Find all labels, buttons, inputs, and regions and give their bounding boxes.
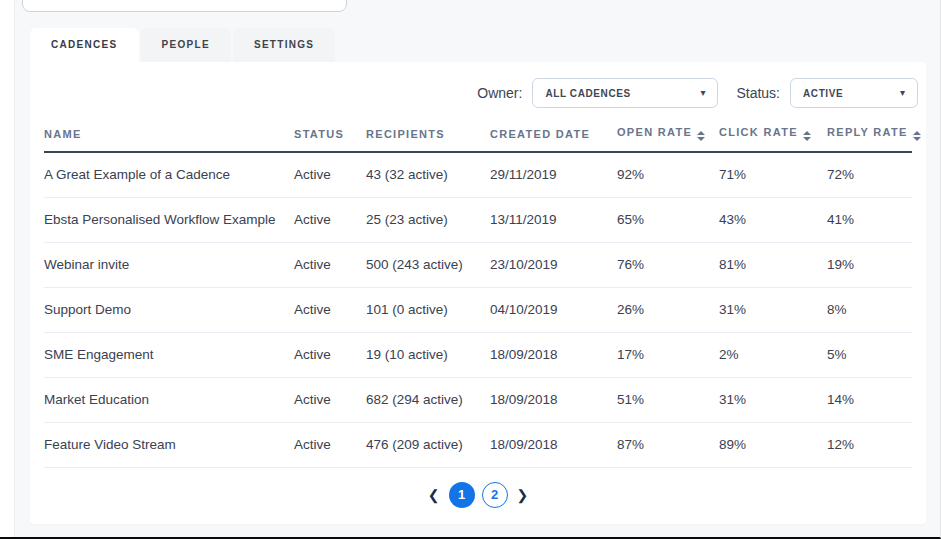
table-row[interactable]: Market Education Active 682 (294 active)… xyxy=(44,377,912,422)
cell-status: Active xyxy=(294,377,366,422)
status-filter-value: ACTIVE xyxy=(803,88,843,99)
table-row[interactable]: Ebsta Personalised Workflow Example Acti… xyxy=(44,197,912,242)
cell-status: Active xyxy=(294,287,366,332)
cell-click-rate: 31% xyxy=(719,287,827,332)
status-filter-dropdown[interactable]: ACTIVE ▾ xyxy=(790,78,918,108)
cell-created-date: 04/10/2019 xyxy=(490,287,617,332)
column-header-reply-rate[interactable]: REPLY RATE xyxy=(827,120,912,152)
cell-open-rate: 65% xyxy=(617,197,719,242)
status-filter-label: Status: xyxy=(736,85,780,101)
chevron-down-icon: ▾ xyxy=(900,88,905,98)
cell-recipients: 682 (294 active) xyxy=(366,377,490,422)
tab-people[interactable]: PEOPLE xyxy=(141,28,231,62)
column-header-click-rate[interactable]: CLICK RATE xyxy=(719,120,827,152)
cell-status: Active xyxy=(294,242,366,287)
cell-name[interactable]: SME Engagement xyxy=(44,332,294,377)
cell-reply-rate: 12% xyxy=(827,422,912,467)
sort-icon[interactable] xyxy=(803,131,811,141)
pagination: ❮ 1 2 ❯ xyxy=(30,482,926,508)
cell-status: Active xyxy=(294,332,366,377)
table-row[interactable]: Support Demo Active 101 (0 active) 04/10… xyxy=(44,287,912,332)
cell-open-rate: 17% xyxy=(617,332,719,377)
sort-icon[interactable] xyxy=(913,131,921,141)
next-page-icon[interactable]: ❯ xyxy=(515,488,531,502)
column-header-created-date: CREATED DATE xyxy=(490,120,617,152)
cell-click-rate: 43% xyxy=(719,197,827,242)
column-header-name: NAME xyxy=(44,120,294,152)
cell-reply-rate: 41% xyxy=(827,197,912,242)
cell-click-rate: 89% xyxy=(719,422,827,467)
previous-page-icon[interactable]: ❮ xyxy=(426,488,442,502)
cadences-panel: Owner: ALL CADENCES ▾ Status: ACTIVE ▾ N… xyxy=(30,62,926,524)
cell-reply-rate: 5% xyxy=(827,332,912,377)
cell-reply-rate: 8% xyxy=(827,287,912,332)
cell-created-date: 18/09/2018 xyxy=(490,377,617,422)
cell-click-rate: 31% xyxy=(719,377,827,422)
tab-cadences[interactable]: CADENCES xyxy=(30,28,139,62)
column-header-status: STATUS xyxy=(294,120,366,152)
cell-status: Active xyxy=(294,197,366,242)
owner-filter-label: Owner: xyxy=(477,85,522,101)
cell-created-date: 18/09/2018 xyxy=(490,332,617,377)
column-header-label: CLICK RATE xyxy=(719,126,798,138)
table-row[interactable]: SME Engagement Active 19 (10 active) 18/… xyxy=(44,332,912,377)
column-header-label: REPLY RATE xyxy=(827,126,908,138)
cell-created-date: 13/11/2019 xyxy=(490,197,617,242)
cell-created-date: 29/11/2019 xyxy=(490,152,617,197)
cell-recipients: 19 (10 active) xyxy=(366,332,490,377)
cell-status: Active xyxy=(294,152,366,197)
cell-name[interactable]: Webinar invite xyxy=(44,242,294,287)
table-row[interactable]: Webinar invite Active 500 (243 active) 2… xyxy=(44,242,912,287)
cell-recipients: 101 (0 active) xyxy=(366,287,490,332)
cell-reply-rate: 14% xyxy=(827,377,912,422)
page-button-2[interactable]: 2 xyxy=(482,482,508,508)
sort-icon[interactable] xyxy=(697,131,705,141)
cell-reply-rate: 72% xyxy=(827,152,912,197)
cell-recipients: 500 (243 active) xyxy=(366,242,490,287)
column-header-open-rate[interactable]: OPEN RATE xyxy=(617,120,719,152)
owner-filter-value: ALL CADENCES xyxy=(545,88,630,99)
cell-name[interactable]: Support Demo xyxy=(44,287,294,332)
cell-recipients: 25 (23 active) xyxy=(366,197,490,242)
cell-created-date: 18/09/2018 xyxy=(490,422,617,467)
cell-name[interactable]: Ebsta Personalised Workflow Example xyxy=(44,197,294,242)
tab-settings[interactable]: SETTINGS xyxy=(233,28,335,62)
table-row[interactable]: Feature Video Stream Active 476 (209 act… xyxy=(44,422,912,467)
cell-created-date: 23/10/2019 xyxy=(490,242,617,287)
cell-click-rate: 2% xyxy=(719,332,827,377)
cell-recipients: 43 (32 active) xyxy=(366,152,490,197)
filter-bar: Owner: ALL CADENCES ▾ Status: ACTIVE ▾ xyxy=(30,62,926,120)
cadences-table: NAME STATUS RECIPIENTS CREATED DATE OPEN… xyxy=(44,120,912,468)
column-header-label: OPEN RATE xyxy=(617,126,692,138)
cell-open-rate: 51% xyxy=(617,377,719,422)
cell-recipients: 476 (209 active) xyxy=(366,422,490,467)
tab-bar: CADENCES PEOPLE SETTINGS xyxy=(30,28,337,62)
cell-status: Active xyxy=(294,422,366,467)
cell-name[interactable]: Feature Video Stream xyxy=(44,422,294,467)
cell-click-rate: 81% xyxy=(719,242,827,287)
owner-filter-dropdown[interactable]: ALL CADENCES ▾ xyxy=(532,78,718,108)
cell-name[interactable]: Market Education xyxy=(44,377,294,422)
cell-click-rate: 71% xyxy=(719,152,827,197)
column-header-recipients: RECIPIENTS xyxy=(366,120,490,152)
page-background: CADENCES PEOPLE SETTINGS Owner: ALL CADE… xyxy=(0,0,941,539)
cell-name[interactable]: A Great Example of a Cadence xyxy=(44,152,294,197)
table-header-row: NAME STATUS RECIPIENTS CREATED DATE OPEN… xyxy=(44,120,912,152)
cell-open-rate: 87% xyxy=(617,422,719,467)
cell-open-rate: 76% xyxy=(617,242,719,287)
cell-open-rate: 26% xyxy=(617,287,719,332)
page-button-1[interactable]: 1 xyxy=(449,482,475,508)
table-row[interactable]: A Great Example of a Cadence Active 43 (… xyxy=(44,152,912,197)
search-input[interactable] xyxy=(22,0,347,12)
chevron-down-icon: ▾ xyxy=(700,88,705,98)
cell-open-rate: 92% xyxy=(617,152,719,197)
left-margin-strip xyxy=(0,0,15,537)
cell-reply-rate: 19% xyxy=(827,242,912,287)
